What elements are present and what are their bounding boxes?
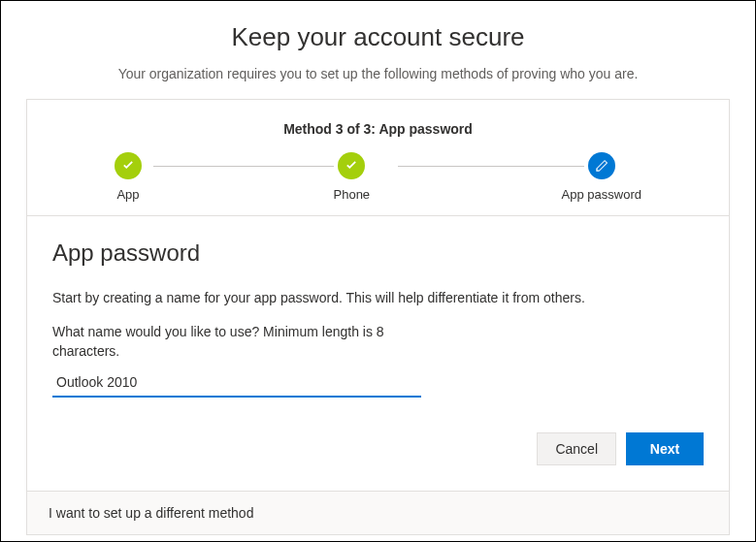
footer-region: I want to set up a different method <box>26 492 730 535</box>
pencil-icon <box>588 152 615 179</box>
step-phone: Phone <box>334 152 371 202</box>
step-label: Phone <box>334 187 371 202</box>
step-app: App <box>115 152 142 202</box>
form-region: App password Start by creating a name fo… <box>27 216 729 491</box>
step-label: App <box>116 187 139 202</box>
method-label: Method 3 of 3: App password <box>56 121 700 137</box>
app-password-name-input[interactable] <box>52 368 421 398</box>
button-row: Cancel Next <box>52 432 704 465</box>
page-subtitle: Your organization requires you to set up… <box>20 66 736 81</box>
step-app-password: App password <box>562 152 641 202</box>
section-title: App password <box>52 239 704 267</box>
step-connector <box>153 166 359 167</box>
different-method-link[interactable]: I want to set up a different method <box>49 505 253 521</box>
instruction-text: Start by creating a name for your app pa… <box>52 290 704 305</box>
page-title: Keep your account secure <box>20 22 736 52</box>
checkmark-icon <box>338 152 365 179</box>
cancel-button[interactable]: Cancel <box>537 432 616 465</box>
progress-steps: App Phone App password <box>56 152 700 202</box>
progress-region: Method 3 of 3: App password App Phone <box>27 100 729 216</box>
step-label: App password <box>562 187 641 202</box>
prompt-text: What name would you like to use? Minimum… <box>52 323 421 361</box>
setup-card: Method 3 of 3: App password App Phone <box>26 99 730 492</box>
next-button[interactable]: Next <box>626 432 704 465</box>
checkmark-icon <box>115 152 142 179</box>
